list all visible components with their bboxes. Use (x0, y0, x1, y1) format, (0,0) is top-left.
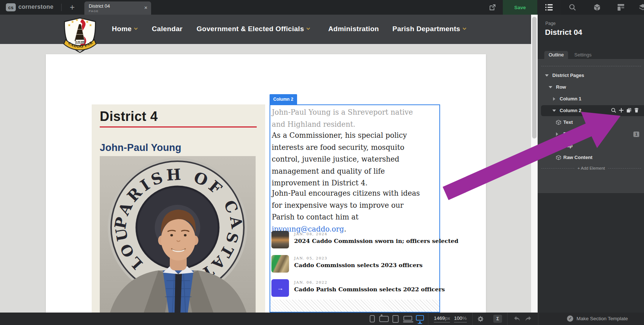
intro-paragraph: John-Paul Young is a Shreveport native a… (272, 107, 427, 130)
components-cube-icon[interactable] (593, 3, 601, 11)
nav-item-home[interactable]: Home (112, 25, 137, 33)
post-count-badge: 1 (633, 132, 639, 137)
arrow-right-icon: → (271, 279, 289, 297)
divider (61, 4, 62, 11)
element-cube-icon (556, 155, 561, 160)
close-tab-icon[interactable]: × (144, 4, 147, 11)
save-button[interactable]: Save (503, 0, 537, 15)
tab-settings[interactable]: Settings (570, 51, 596, 59)
news-thumbnail-officers (271, 255, 289, 273)
preview-phone-icon[interactable] (370, 315, 375, 322)
svg-text:★: ★ (86, 20, 89, 24)
panel-title: District 04 (545, 28, 582, 37)
dashed-line (541, 168, 574, 169)
preview-laptop-icon[interactable] (403, 316, 412, 321)
brand-name: cornerstone (18, 4, 54, 10)
tree-row-district-pages[interactable]: District Pages (538, 70, 644, 81)
outline-tree-panel: District Pages Row Column 1 Column 2 (538, 59, 644, 193)
add-element-button[interactable]: + Add Element (541, 165, 641, 171)
tree-row-column-1[interactable]: Column 1 (538, 93, 644, 104)
dashed-line (608, 168, 641, 169)
column-2-label[interactable]: Column 2 (270, 94, 297, 104)
chevron-down-icon (134, 26, 138, 30)
redo-icon[interactable] (524, 315, 532, 322)
page-tab[interactable]: District 04 PAGE × (84, 1, 151, 15)
news-item-2024[interactable]: JAN. 08, 2024 2024 Caddo Commission swor… (271, 231, 433, 249)
element-cube-icon (556, 143, 561, 148)
preview-tablet-landscape-icon[interactable] (379, 316, 389, 322)
caret-down-icon[interactable] (545, 74, 549, 77)
caret-right-icon[interactable] (556, 132, 558, 136)
preview-settings-gear-icon[interactable] (477, 315, 484, 322)
district-heading: District 4 (100, 109, 158, 124)
new-tab-button[interactable]: + (66, 1, 78, 13)
news-item-2023[interactable]: JAN. 05, 2023 Caddo Commission selects 2… (271, 255, 433, 273)
delete-icon[interactable] (634, 108, 639, 113)
nav-item-administration[interactable]: Administration (328, 25, 379, 33)
commissioner-photo: PARISH OF CADDO STATE OF LOUISIANA (100, 156, 256, 313)
undo-icon[interactable] (513, 315, 521, 322)
commissioner-name: John-Paul Young (100, 142, 182, 154)
caret-down-icon[interactable] (549, 86, 552, 88)
svg-text:★: ★ (89, 23, 92, 27)
tab-outline[interactable]: Outline (544, 51, 568, 59)
logo-year: 1838 (76, 40, 84, 44)
viewport-width-field[interactable]: 1469px (434, 315, 450, 322)
tree-row-text[interactable]: Text (538, 117, 644, 128)
district-info-column: District 4 John-Paul Young PARISH OF CAD (92, 104, 265, 313)
caddo-parish-logo[interactable]: ★★★ ★★★ 1838 CADDO PARISH (60, 17, 100, 53)
open-preview-icon[interactable] (489, 3, 497, 11)
news-thumbnail-meeting (271, 231, 289, 248)
divider (538, 313, 538, 325)
top-bar: cs cornerstone + District 04 PAGE × Save (0, 0, 644, 15)
preview-scrollbar-thumb[interactable] (532, 17, 537, 139)
heading-rule (100, 126, 257, 128)
nav-item-government[interactable]: Government & Elected Officials (197, 25, 310, 33)
chevron-down-icon (462, 26, 466, 30)
divider (428, 313, 428, 325)
policy-paragraph: As a Commissioner, his special policy in… (272, 130, 427, 189)
element-cube-icon (556, 120, 561, 125)
cornerstone-logo-icon: cs (6, 3, 16, 11)
page-tab-type: PAGE (89, 10, 147, 13)
layers-icon[interactable] (638, 3, 644, 11)
preview-desktop-icon[interactable] (416, 315, 424, 321)
caret-right-icon[interactable] (553, 97, 555, 101)
add-icon[interactable] (619, 108, 624, 113)
page-tab-title: District 04 (89, 3, 147, 9)
snippets-icon[interactable]: Σ (493, 315, 502, 323)
divider (472, 313, 473, 325)
zoom-to-element-icon[interactable] (611, 108, 616, 113)
search-icon[interactable] (568, 3, 577, 11)
tree-row-column-2[interactable]: Column 2 (538, 105, 644, 116)
empty-drop-zone (270, 300, 439, 312)
app-window: cs cornerstone + District 04 PAGE × Save (0, 0, 644, 325)
panel-kicker: Page (545, 21, 556, 26)
outline-sidebar: Page District 04 Outline Settings Distri… (538, 15, 644, 313)
nav-item-calendar[interactable]: Calendar (152, 25, 183, 33)
tree-row-post[interactable]: Post 1 (538, 129, 644, 140)
nav-item-parish-departments[interactable]: Parish Departments (392, 25, 466, 33)
divider (541, 66, 641, 66)
duplicate-icon[interactable] (626, 108, 632, 113)
caret-down-icon[interactable] (552, 110, 556, 112)
layouts-icon[interactable] (616, 3, 625, 11)
outline-panel-button[interactable] (537, 0, 561, 15)
check-icon: ✓ (567, 315, 573, 322)
zoom-level-field[interactable]: 100% (454, 315, 467, 322)
svg-text:★: ★ (68, 23, 71, 27)
chevron-down-icon (307, 26, 310, 30)
svg-text:★: ★ (71, 20, 74, 24)
divider (507, 313, 508, 325)
tree-row-raw-content[interactable]: Raw Content (538, 152, 644, 163)
preview-tablet-icon[interactable] (392, 315, 399, 323)
svg-text:★: ★ (76, 18, 79, 22)
news-item-2022[interactable]: → JAN. 06, 2022 Caddo Parish Commission … (271, 279, 433, 298)
make-section-template-button[interactable]: Make Section Template (577, 316, 628, 321)
tree-row-gap[interactable]: Gap (538, 140, 644, 151)
contact-paragraph: John-Paul encourages citizens with ideas… (272, 188, 427, 235)
status-bar: 1469px 100% Σ ✓ Make Section Template (0, 313, 644, 325)
tree-row-row[interactable]: Row (538, 82, 644, 93)
